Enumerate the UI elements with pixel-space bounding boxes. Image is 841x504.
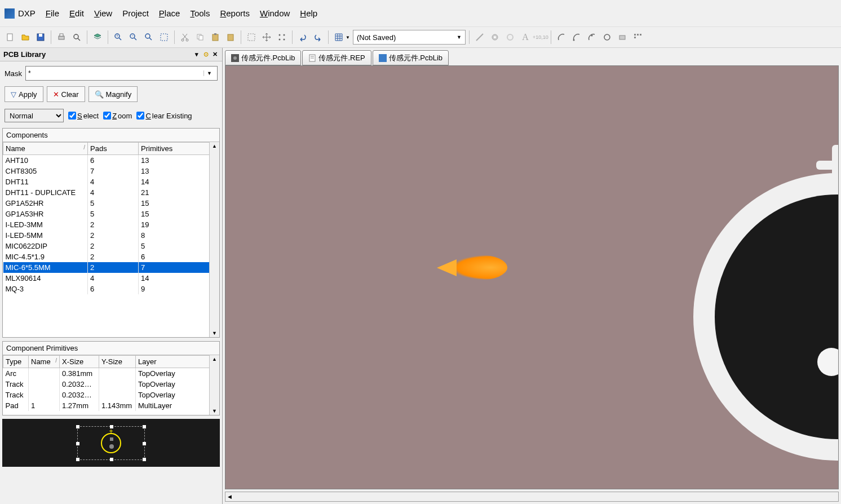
coordinate-button[interactable]: +10,10 xyxy=(534,30,547,44)
pad-tool-button[interactable] xyxy=(488,30,502,44)
paste-special-button[interactable] xyxy=(224,30,237,44)
table-row[interactable]: DHT11 - DUPLICATE421 xyxy=(3,187,219,198)
file-menu[interactable]: File xyxy=(46,8,59,18)
svg-rect-21 xyxy=(214,33,216,35)
arc-edge-button[interactable] xyxy=(570,30,583,44)
canvas-horizontal-scrollbar[interactable]: ◀ xyxy=(225,492,839,502)
svg-point-27 xyxy=(284,39,285,41)
apply-button[interactable]: ▽Apply xyxy=(5,86,43,102)
table-row[interactable]: MIC0622DIP25 xyxy=(3,241,219,251)
table-row[interactable]: DHT11414 xyxy=(3,176,219,187)
mask-label: Mask xyxy=(5,69,22,78)
table-row[interactable]: Track0.2032mmTopOverlay xyxy=(3,379,219,390)
tab-pcblib-2[interactable]: 传感元件.PcbLib xyxy=(373,50,449,65)
zoom-in-button[interactable]: + xyxy=(112,30,125,44)
svg-point-31 xyxy=(507,34,513,40)
table-row[interactable]: MLX90614414 xyxy=(3,273,219,284)
zoom-out-button[interactable]: − xyxy=(127,30,140,44)
snap-button[interactable] xyxy=(275,30,289,44)
layers-button[interactable] xyxy=(91,30,104,44)
paste-button[interactable] xyxy=(209,30,222,44)
save-button[interactable] xyxy=(34,30,47,44)
table-row[interactable]: Track0.2032mmTopOverlay xyxy=(3,390,219,400)
layer-select[interactable]: (Not Saved) ▼ xyxy=(353,30,466,45)
pcb-canvas[interactable] xyxy=(225,65,839,489)
table-row[interactable]: GP1A53HR515 xyxy=(3,209,219,219)
table-row[interactable]: MIC-6*5.5MM27 xyxy=(3,262,219,273)
col-type[interactable]: Type xyxy=(3,356,29,368)
reports-menu[interactable]: Reports xyxy=(220,8,250,18)
table-row[interactable]: GP1A52HR515 xyxy=(3,198,219,209)
open-button[interactable] xyxy=(19,30,32,44)
svg-rect-45 xyxy=(379,54,387,62)
via-tool-button[interactable] xyxy=(503,30,517,44)
zoom-fit-button[interactable] xyxy=(142,30,156,44)
pin-icon[interactable]: ⊙ xyxy=(202,51,210,59)
table-row[interactable]: Pad11.27mm1.143mmMultiLayer xyxy=(3,400,219,411)
window-menu[interactable]: Window xyxy=(260,8,290,18)
teardrop-shape xyxy=(451,255,507,280)
cut-button[interactable] xyxy=(178,30,192,44)
components-table: Components Name/ Pads Primitives AHT1061… xyxy=(2,128,220,338)
place-menu[interactable]: Place xyxy=(159,8,180,18)
dxp-menu[interactable]: DXP xyxy=(5,8,36,19)
array-tool-button[interactable] xyxy=(631,30,644,44)
svg-rect-39 xyxy=(634,37,636,38)
table-row[interactable]: MQ-369 xyxy=(3,284,219,294)
circle-tool-button[interactable] xyxy=(600,30,614,44)
primitives-scrollbar[interactable]: ▲▼ xyxy=(209,355,219,415)
edit-menu[interactable]: Edit xyxy=(69,8,84,18)
panel-menu-icon[interactable]: ▾ xyxy=(193,51,201,59)
undo-button[interactable] xyxy=(296,30,309,44)
table-row[interactable]: I-LED-5MM28 xyxy=(3,230,219,241)
zoom-select-button[interactable] xyxy=(157,30,171,44)
fill-tool-button[interactable] xyxy=(616,30,629,44)
svg-point-34 xyxy=(604,34,610,40)
print-preview-button[interactable] xyxy=(70,30,83,44)
close-icon[interactable]: ✕ xyxy=(211,51,219,59)
col-xsize[interactable]: X-Size xyxy=(60,356,99,368)
line-tool-button[interactable] xyxy=(473,30,486,44)
tab-pcblib-1[interactable]: 传感元件.PcbLib xyxy=(225,50,301,65)
svg-rect-3 xyxy=(59,36,64,39)
clear-existing-checkbox[interactable]: Clear Existing xyxy=(136,112,192,120)
new-button[interactable] xyxy=(3,30,17,44)
copy-button[interactable] xyxy=(193,30,207,44)
col-layer[interactable]: Layer xyxy=(136,356,219,368)
svg-line-14 xyxy=(149,38,152,40)
mask-input[interactable]: * ▼ xyxy=(25,66,218,81)
table-row[interactable]: MIC-4.5*1.926 xyxy=(3,251,219,262)
redo-button[interactable] xyxy=(311,30,325,44)
panel-header: PCB Library ▾ ⊙ ✕ xyxy=(0,48,222,61)
zoom-checkbox[interactable]: Zoom xyxy=(103,112,132,120)
view-menu[interactable]: View xyxy=(94,8,112,18)
table-row[interactable]: Arc0.381mmTopOverlay xyxy=(3,368,219,379)
svg-rect-2 xyxy=(39,34,42,37)
project-menu[interactable]: Project xyxy=(122,8,149,18)
grid-dropdown[interactable]: ▼ xyxy=(332,30,351,44)
magnify-button[interactable]: 🔍Magnify xyxy=(88,86,138,102)
component-preview[interactable]: + xyxy=(2,419,220,467)
arc-any-button[interactable] xyxy=(585,30,599,44)
table-row[interactable]: CHT8305713 xyxy=(3,166,219,176)
arc-center-button[interactable] xyxy=(555,30,568,44)
components-scrollbar[interactable]: ▲▼ xyxy=(209,142,219,337)
help-menu[interactable]: Help xyxy=(300,8,317,18)
print-button[interactable] xyxy=(55,30,68,44)
mode-select[interactable]: Normal xyxy=(5,109,64,122)
col-pname[interactable]: Name/ xyxy=(29,356,60,368)
col-ysize[interactable]: Y-Size xyxy=(99,356,136,368)
tab-rep[interactable]: 传感元件.REP xyxy=(302,50,371,65)
select-checkbox[interactable]: Select xyxy=(68,112,99,120)
table-row[interactable]: I-LED-3MM219 xyxy=(3,219,219,230)
col-primitives[interactable]: Primitives xyxy=(139,143,219,155)
clear-button[interactable]: ✕Clear xyxy=(47,86,85,102)
move-button[interactable] xyxy=(260,30,273,44)
string-tool-button[interactable]: A xyxy=(519,30,532,44)
col-pads[interactable]: Pads xyxy=(88,143,139,155)
tools-menu[interactable]: Tools xyxy=(190,8,210,18)
svg-rect-15 xyxy=(161,34,167,41)
table-row[interactable]: AHT10613 xyxy=(3,155,219,166)
col-name[interactable]: Name/ xyxy=(3,143,88,155)
select-area-button[interactable] xyxy=(245,30,258,44)
